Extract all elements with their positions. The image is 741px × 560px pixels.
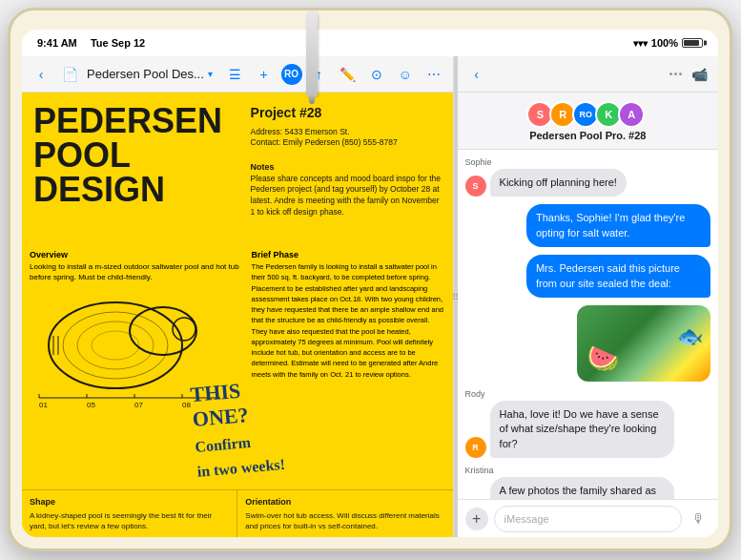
- notes-doc: PEDERSENPOOLDESIGN Project #28 Address: …: [22, 93, 453, 537]
- battery-fill: [684, 40, 699, 46]
- avatar-a: A: [618, 101, 645, 128]
- msg-bubble-sent-2[interactable]: Mrs. Pedersen said this picture from our…: [526, 255, 710, 298]
- battery-percent: 100%: [651, 37, 678, 49]
- input-placeholder: iMessage: [504, 513, 549, 525]
- doc-chevron-icon[interactable]: ▾: [208, 69, 213, 79]
- rody-name: Rody: [465, 389, 710, 399]
- ro-badge: RO: [281, 64, 302, 85]
- doc-side: ‹ 📄 Pedersen Pool Des... ▾ ☰ + RO ↑ ✏️ ⊙…: [22, 56, 454, 537]
- dot-2: [674, 73, 677, 75]
- wifi-icon: ▾▾▾: [633, 38, 648, 49]
- msg-bubble-sophie[interactable]: Kicking off planning here!: [490, 169, 627, 197]
- dot-3: [679, 73, 682, 75]
- messages-back-button[interactable]: ‹: [465, 63, 488, 86]
- sophie-avatar: S: [465, 176, 486, 197]
- time-display: 9:41 AM: [37, 37, 77, 49]
- svg-text:07: 07: [134, 401, 143, 407]
- svg-point-4: [92, 331, 139, 360]
- video-call-button[interactable]: 📹: [688, 63, 710, 86]
- ipad-frame: 9:41 AM Tue Sep 12 ▾▾▾ 100% ‹ 📄: [8, 8, 732, 551]
- back-button[interactable]: ‹: [30, 63, 52, 86]
- apple-pencil: [306, 10, 318, 96]
- msg-bubble-rody[interactable]: Haha, love it! Do we have a sense of wha…: [490, 401, 674, 458]
- doc-view-icon[interactable]: 📄: [58, 63, 81, 86]
- dot-1: [669, 73, 672, 75]
- date-display: Tue Sep 12: [91, 37, 145, 49]
- shape-section: Shape A kidney-shaped pool is seemingly …: [22, 490, 237, 537]
- doc-main-title: PEDERSENPOOLDESIGN: [33, 104, 241, 207]
- avatar-group: S R RO K A: [530, 101, 645, 128]
- msg-bubble-sent-1[interactable]: Thanks, Sophie! I'm glad they're opting …: [526, 204, 710, 247]
- split-view: ‹ 📄 Pedersen Pool Des... ▾ ☰ + RO ↑ ✏️ ⊙…: [22, 56, 718, 537]
- msg-row-sent-2: Mrs. Pedersen said this picture from our…: [465, 255, 710, 298]
- notes-text: Please share concepts and mood board ins…: [251, 174, 442, 219]
- shape-label: Shape: [30, 496, 229, 508]
- svg-text:01: 01: [39, 401, 48, 407]
- doc-toolbar: ‹ 📄 Pedersen Pool Des... ▾ ☰ + RO ↑ ✏️ ⊙…: [22, 56, 453, 93]
- pencil-tool-button[interactable]: ✏️: [337, 63, 360, 86]
- svg-point-3: [77, 321, 154, 369]
- status-left: 9:41 AM Tue Sep 12: [37, 37, 145, 49]
- microphone-button[interactable]: 🎙: [688, 508, 710, 530]
- rody-section: Rody R Haha, love it! Do we have a sense…: [465, 389, 710, 458]
- svg-point-0: [49, 302, 182, 388]
- address-text: Address: 5433 Emerson St.: [251, 127, 442, 138]
- bottom-sections: Shape A kidney-shaped pool is seemingly …: [22, 489, 453, 537]
- msg-row-received-1: S Kicking off planning here!: [465, 169, 710, 197]
- brief-text: The Pedersen family is looking to instal…: [252, 261, 447, 380]
- message-list: Sophie S Kicking off planning here! Than…: [458, 150, 718, 499]
- group-name: Pedersen Pool Pro. #28: [529, 130, 646, 141]
- sophie-name: Sophie: [465, 157, 710, 167]
- message-input[interactable]: iMessage: [494, 506, 682, 532]
- fish-icon: 🐟: [677, 324, 703, 349]
- project-title: Project #28: [251, 104, 442, 123]
- kristina-section: Kristina K A few photos the family share…: [465, 466, 710, 499]
- notes-label: Notes: [251, 161, 442, 174]
- kristina-name: Kristina: [465, 466, 710, 475]
- doc-title-area: Pedersen Pool Des... ▾: [87, 67, 218, 81]
- brief-section: Brief Phase The Pedersen family is looki…: [252, 250, 447, 380]
- lasso-button[interactable]: ⊙: [365, 63, 388, 86]
- handwritten-text: THISONE? Confirmin two weeks!: [190, 376, 286, 484]
- three-dot-menu[interactable]: [669, 73, 682, 75]
- screen: 9:41 AM Tue Sep 12 ▾▾▾ 100% ‹ 📄: [22, 30, 718, 537]
- add-attachment-button[interactable]: +: [465, 508, 488, 530]
- photo-attachment[interactable]: 🍉 🐟: [577, 305, 710, 382]
- brief-label: Brief Phase: [252, 250, 447, 259]
- orientation-text: Swim-over hot tub access. Will discuss d…: [245, 510, 444, 531]
- emoji-button[interactable]: ☺: [394, 63, 417, 86]
- split-divider[interactable]: [454, 56, 458, 537]
- contact-text: Contact: Emily Pedersen (850) 555-8787: [251, 137, 442, 149]
- msg-row-photo: 🍉 🐟: [465, 305, 710, 382]
- doc-header: PEDERSENPOOLDESIGN Project #28 Address: …: [22, 93, 453, 226]
- orientation-label: Orientation: [245, 496, 444, 508]
- shape-text: A kidney-shaped pool is seemingly the be…: [30, 510, 229, 531]
- messages-side: ‹ 📹 S R RO K A: [458, 56, 718, 537]
- sender-label-sophie: Sophie S Kicking off planning here!: [465, 157, 710, 197]
- msg-row-kristina-1: K A few photos the family shared as insp…: [465, 477, 710, 499]
- messages-toolbar: ‹ 📹: [458, 56, 718, 93]
- doc-title: Pedersen Pool Des...: [87, 67, 204, 81]
- msg-input-bar: + iMessage 🎙: [458, 499, 718, 537]
- msg-bubble-kristina[interactable]: A few photos the family shared as inspo:: [490, 477, 674, 499]
- doc-content: PEDERSENPOOLDESIGN Project #28 Address: …: [22, 93, 453, 537]
- status-bar: 9:41 AM Tue Sep 12 ▾▾▾ 100%: [22, 30, 718, 56]
- rody-avatar: R: [465, 437, 486, 458]
- status-right: ▾▾▾ 100%: [633, 37, 703, 49]
- svg-text:08: 08: [182, 401, 191, 407]
- orientation-section: Orientation Swim-over hot tub access. Wi…: [237, 490, 452, 537]
- msg-row-sent-1: Thanks, Sophie! I'm glad they're opting …: [465, 204, 710, 247]
- messages-header: S R RO K A Pedersen Pool Pro. #28: [458, 93, 718, 150]
- more-options-button[interactable]: ⋯: [422, 63, 445, 86]
- doc-info-box: Project #28 Address: 5433 Emerson St. Co…: [251, 104, 442, 218]
- svg-text:05: 05: [87, 401, 95, 407]
- list-view-button[interactable]: ☰: [224, 63, 247, 86]
- overview-label: Overview: [30, 250, 239, 259]
- watermelon-icon: 🍉: [587, 342, 620, 374]
- battery-icon: [682, 38, 703, 48]
- svg-point-7: [173, 318, 196, 341]
- add-button[interactable]: +: [253, 63, 276, 86]
- msg-row-rody: R Haha, love it! Do we have a sense of w…: [465, 401, 710, 458]
